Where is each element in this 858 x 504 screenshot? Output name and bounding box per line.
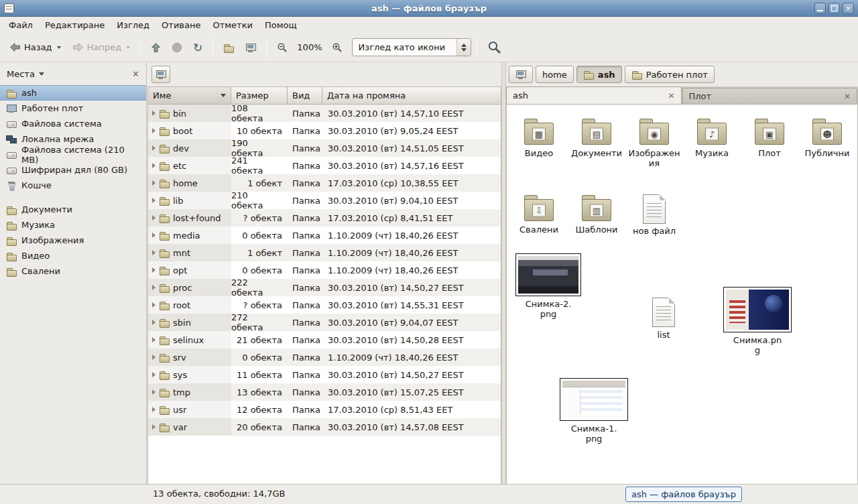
- computer-button[interactable]: [241, 38, 261, 58]
- breadcrumb-button[interactable]: ash: [576, 66, 622, 83]
- expander-icon[interactable]: [152, 389, 156, 395]
- table-row[interactable]: bin 108 обекта Папка 30.03.2010 (вт) 14,…: [148, 105, 501, 122]
- forward-history-dropdown-icon[interactable]: [126, 46, 130, 49]
- minimize-button[interactable]: [814, 3, 826, 14]
- table-row[interactable]: opt 0 обекта Папка 1.10.2009 (чт) 18,40,…: [148, 261, 501, 279]
- expander-icon[interactable]: [152, 267, 156, 273]
- sidebar-item[interactable]: Свалени: [0, 263, 146, 279]
- folder-icon: [159, 247, 170, 258]
- expander-icon[interactable]: [152, 320, 156, 325]
- sidebar-item[interactable]: ash: [0, 85, 146, 101]
- expander-icon[interactable]: [152, 198, 156, 203]
- view-mode-combo[interactable]: Изглед като икони: [352, 38, 471, 56]
- file-size-cell: ? обекта: [231, 296, 288, 314]
- sidebar-item[interactable]: Изображения: [0, 233, 146, 248]
- expander-icon[interactable]: [152, 145, 156, 151]
- expander-icon[interactable]: [152, 111, 156, 116]
- sidebar-item[interactable]: Кошче: [0, 178, 146, 193]
- chevron-down-icon[interactable]: [39, 72, 44, 76]
- expander-icon[interactable]: [152, 355, 156, 360]
- sidebar-close-button[interactable]: ✕: [132, 70, 139, 78]
- forward-button[interactable]: Напред: [68, 38, 135, 57]
- column-header[interactable]: Вид: [288, 87, 322, 105]
- table-row[interactable]: selinux 21 обекта Папка 30.03.2010 (вт) …: [148, 331, 501, 349]
- table-row[interactable]: etc 241 обекта Папка 30.03.2010 (вт) 14,…: [148, 157, 501, 174]
- title-bar: ash — файлов браузър ×: [0, 0, 858, 17]
- menu-item[interactable]: Отиване: [156, 18, 206, 32]
- table-row[interactable]: sys 11 обекта Папка 30.03.2010 (вт) 14,5…: [148, 366, 501, 383]
- table-row[interactable]: media 0 обекта Папка 1.10.2009 (чт) 18,4…: [148, 227, 501, 244]
- table-row[interactable]: sbin 272 обекта Папка 30.03.2010 (вт) 9,…: [148, 314, 501, 331]
- expander-icon[interactable]: [152, 215, 156, 220]
- menu-item[interactable]: Файл: [3, 18, 39, 32]
- table-row[interactable]: tmp 13 обекта Папка 30.03.2010 (вт) 15,0…: [148, 383, 501, 401]
- breadcrumb-button[interactable]: home: [536, 66, 574, 83]
- sidebar-header: Места ✕: [0, 62, 146, 85]
- table-row[interactable]: lib 210 обекта Папка 30.03.2010 (вт) 9,0…: [148, 192, 501, 209]
- window-list-button[interactable]: ash — файлов браузър: [625, 487, 742, 502]
- zoom-in-button[interactable]: [327, 38, 347, 58]
- close-button[interactable]: ×: [843, 3, 854, 14]
- sidebar-title[interactable]: Места: [7, 69, 35, 79]
- column-header[interactable]: Име: [148, 87, 231, 105]
- menu-item[interactable]: Отметки: [206, 18, 258, 32]
- expander-icon[interactable]: [152, 180, 156, 186]
- back-history-dropdown-icon[interactable]: [57, 46, 61, 49]
- expander-icon[interactable]: [152, 285, 156, 290]
- tab[interactable]: Плот ✕: [682, 88, 858, 104]
- expander-icon[interactable]: [152, 250, 156, 255]
- expander-icon[interactable]: [152, 337, 156, 342]
- sidebar-item[interactable]: Работен плот: [0, 101, 146, 116]
- combo-arrows-icon[interactable]: [456, 39, 471, 56]
- file-date-cell: 17.03.2010 (ср) 8,41,51 EET: [322, 209, 501, 227]
- expander-icon[interactable]: [152, 302, 156, 308]
- file-item[interactable]: Снимка.png: [720, 287, 795, 356]
- table-row[interactable]: proc 222 обекта Папка 30.03.2010 (вт) 14…: [148, 279, 501, 296]
- tab-close-button[interactable]: ✕: [668, 92, 674, 100]
- sidebar-item[interactable]: Файлова система (210 MB): [0, 147, 146, 162]
- table-row[interactable]: srv 0 обекта Папка 1.10.2009 (чт) 18,40,…: [148, 349, 501, 366]
- table-row[interactable]: home 1 обект Папка 17.03.2010 (ср) 10,38…: [148, 174, 501, 192]
- search-button[interactable]: [483, 36, 506, 59]
- table-row[interactable]: mnt 1 обект Папка 1.10.2009 (чт) 18,40,2…: [148, 244, 501, 261]
- expander-icon[interactable]: [152, 163, 156, 168]
- menu-item[interactable]: Редактиране: [39, 18, 111, 32]
- sidebar-item[interactable]: Музика: [0, 217, 146, 233]
- expander-icon[interactable]: [152, 407, 156, 412]
- sidebar-item[interactable]: Шифриран дял (80 GB): [0, 162, 146, 178]
- toolbar-separator: [477, 38, 477, 57]
- up-button[interactable]: [146, 38, 166, 58]
- table-row[interactable]: var 20 обекта Папка 30.03.2010 (вт) 14,5…: [148, 418, 501, 436]
- table-row[interactable]: boot 10 обекта Папка 30.03.2010 (вт) 9,0…: [148, 122, 501, 139]
- expander-icon[interactable]: [152, 424, 156, 430]
- maximize-button[interactable]: [829, 3, 840, 14]
- file-item[interactable]: Снимка-1.png: [556, 378, 631, 444]
- stop-button[interactable]: [168, 38, 186, 57]
- table-row[interactable]: dev 190 обекта Папка 30.03.2010 (вт) 14,…: [148, 139, 501, 157]
- column-header[interactable]: Дата на промяна: [322, 87, 501, 105]
- breadcrumb-root-button[interactable]: [509, 66, 533, 83]
- tab[interactable]: ash ✕: [506, 86, 682, 104]
- expander-icon[interactable]: [152, 128, 156, 133]
- table-row[interactable]: usr 12 обекта Папка 17.03.2010 (ср) 8,51…: [148, 401, 501, 418]
- expander-icon[interactable]: [152, 372, 156, 377]
- expander-icon[interactable]: [152, 233, 156, 238]
- zoom-out-button[interactable]: [272, 38, 292, 58]
- sidebar-item[interactable]: Видео: [0, 248, 146, 263]
- file-item[interactable]: Снимка-2.png: [515, 253, 582, 320]
- back-button[interactable]: Назад: [5, 38, 66, 57]
- sidebar-item[interactable]: Файлова система: [0, 116, 146, 131]
- root-location-button[interactable]: [151, 66, 170, 83]
- breadcrumb-button[interactable]: Работен плот: [625, 66, 715, 83]
- home-button[interactable]: [219, 38, 239, 58]
- column-header[interactable]: Размер: [231, 87, 288, 105]
- file-item[interactable]: list: [639, 298, 688, 340]
- pane-splitter[interactable]: [501, 62, 506, 484]
- tab-close-button[interactable]: ✕: [844, 92, 851, 101]
- table-row[interactable]: lost+found ? обекта Папка 17.03.2010 (ср…: [148, 209, 501, 227]
- table-row[interactable]: root ? обекта Папка 30.03.2010 (вт) 14,5…: [148, 296, 501, 314]
- reload-button[interactable]: ↻: [188, 38, 207, 58]
- menu-item[interactable]: Изглед: [111, 18, 156, 32]
- sidebar-item[interactable]: Документи: [0, 202, 146, 217]
- menu-item[interactable]: Помощ: [259, 18, 303, 32]
